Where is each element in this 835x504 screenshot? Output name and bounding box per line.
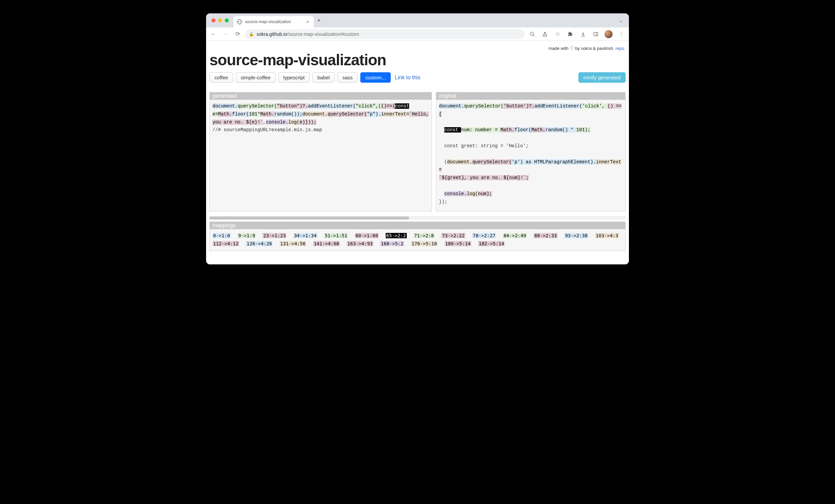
mapping-entry[interactable]: 93->2:38 (564, 233, 588, 238)
code-segment[interactable]: `${greet}, you are no. ${ (439, 175, 509, 180)
code-segment[interactable]: log( (467, 191, 478, 197)
reload-button[interactable]: ⟳ (233, 29, 242, 39)
code-segment[interactable]: floor( (514, 127, 531, 133)
original-code[interactable]: document.querySelector('button')?.addEve… (436, 100, 625, 211)
mapping-entry[interactable]: 71->2:8 (413, 233, 434, 238)
code-segment[interactable]: 101* (249, 112, 260, 117)
code-segment[interactable]: console. (266, 119, 288, 125)
mapping-entry[interactable]: 65->2:2 (386, 233, 407, 238)
mapping-entry[interactable]: 182->5:14 (478, 241, 505, 246)
mapping-entry[interactable]: 131->4:56 (280, 241, 306, 246)
code-segment[interactable]: document. (439, 103, 464, 109)
code-segment[interactable]: "p"). (367, 112, 381, 117)
code-segment[interactable]: log( (288, 119, 300, 125)
code-segment[interactable]: num: number = (461, 127, 501, 133)
mapping-entry[interactable]: 73->2:22 (441, 233, 465, 238)
custom-button[interactable]: custom... (360, 72, 391, 83)
code-segment[interactable]: document. (447, 159, 472, 165)
code-segment[interactable]: random()); (274, 112, 302, 117)
address-bar[interactable]: 🔒 sokra.github.io/source-map-visualizati… (245, 29, 525, 39)
mapping-entry[interactable]: 23->1:23 (263, 233, 286, 238)
code-segment[interactable]: 'click', (582, 103, 608, 109)
code-segment[interactable]: document. (212, 103, 238, 109)
mapping-entry[interactable]: 180->5:14 (445, 241, 471, 246)
browser-menu-icon[interactable]: ⋮ (616, 29, 626, 39)
code-segment[interactable]: }); (439, 199, 447, 204)
code-segment[interactable]: ()=>{ (381, 103, 395, 109)
code-segment[interactable]: 'p') as HTMLParagraphElement). (512, 159, 596, 165)
minimize-window-icon[interactable] (218, 18, 222, 22)
extensions-icon[interactable] (565, 29, 575, 39)
typescript-button[interactable]: typescript (278, 72, 310, 83)
link-to-this-link[interactable]: Link to this (395, 75, 420, 81)
close-tab-icon[interactable]: × (305, 18, 310, 25)
close-window-icon[interactable] (211, 18, 216, 22)
code-segment[interactable]: querySelector( (238, 103, 277, 109)
mapping-entry[interactable]: 84->2:49 (503, 233, 527, 238)
scrollbar-thumb[interactable] (209, 217, 409, 220)
code-segment[interactable]: 'button')?. (504, 103, 534, 109)
side-panel-icon[interactable] (591, 29, 601, 39)
code-segment[interactable]: console. (444, 191, 467, 197)
code-segment[interactable]: document. (302, 112, 328, 117)
mapping-entry[interactable]: 141->4:68 (313, 241, 340, 246)
fullscreen-window-icon[interactable] (225, 18, 229, 22)
code-segment[interactable]: e}!` (252, 119, 263, 125)
code-segment[interactable]: querySelector( (328, 112, 367, 117)
back-button[interactable]: ← (209, 29, 218, 39)
forward-button[interactable]: → (221, 29, 230, 39)
code-segment[interactable]: e= (212, 112, 218, 117)
code-segment[interactable]: e)})); (300, 119, 316, 125)
horizontal-scrollbar[interactable] (209, 216, 626, 220)
mapping-entry[interactable]: 9->1:9 (238, 233, 256, 238)
code-segment[interactable]: addEventListener( (308, 103, 356, 109)
babel-button[interactable]: babel (312, 72, 335, 83)
mapping-entry[interactable]: 112->4:12 (212, 241, 239, 246)
mapping-entry[interactable]: 34->1:34 (293, 233, 317, 238)
browser-tab[interactable]: source-map-visualization × (233, 16, 314, 27)
code-segment[interactable]: floor( (232, 112, 249, 117)
code-segment[interactable]: , (263, 119, 266, 125)
code-segment[interactable]: innerText= (381, 112, 409, 117)
mapping-entry[interactable]: 78->2:27 (472, 233, 496, 238)
downloads-icon[interactable] (578, 29, 588, 39)
code-segment[interactable]: Math. (531, 127, 545, 133)
share-icon[interactable] (540, 29, 550, 39)
mapping-entry[interactable]: 163->4:93 (347, 241, 373, 246)
generated-code[interactable]: document.querySelector("button")?.addEve… (210, 100, 431, 140)
bookmark-star-icon[interactable]: ☆ (553, 29, 563, 39)
code-segment[interactable]: random() * (545, 127, 576, 133)
code-segment[interactable]: num); (478, 191, 492, 197)
mapping-entry[interactable]: 126->4:26 (246, 241, 273, 246)
mappings-list[interactable]: 0->1:0 9->1:9 23->1:23 34->1:34 51->1:51… (210, 229, 625, 251)
mapping-entry[interactable]: 176->5:10 (411, 241, 437, 246)
new-tab-button[interactable]: + (314, 15, 324, 26)
code-segment[interactable]: const greet: string = 'Hello'; (444, 143, 529, 148)
code-segment[interactable]: addEventListener( (535, 103, 583, 109)
mapping-entry[interactable]: 88->2:33 (534, 233, 557, 238)
profile-avatar[interactable] (604, 29, 613, 39)
code-segment[interactable]: 101); (576, 127, 590, 133)
simple-coffee-button[interactable]: simple-coffee (236, 72, 276, 83)
search-icon[interactable] (527, 29, 537, 39)
code-segment[interactable]: "button")?. (277, 103, 308, 109)
repo-link[interactable]: repo (615, 46, 624, 51)
code-segment[interactable]: const (395, 103, 409, 109)
sass-button[interactable]: sass (337, 72, 358, 83)
mapping-entry[interactable]: 60->1:60 (355, 233, 379, 238)
minify-generated-button[interactable]: minify generated (578, 72, 626, 83)
code-segment[interactable]: querySelector( (464, 103, 504, 109)
mapping-entry[interactable]: 51->1:51 (324, 233, 348, 238)
code-segment[interactable]: Math. (501, 127, 514, 133)
code-segment[interactable]: num}!`; (509, 175, 529, 180)
code-segment[interactable]: querySelector( (472, 159, 512, 165)
code-segment[interactable]: Math. (260, 112, 274, 117)
mapping-entry[interactable]: 103->4:3 (595, 233, 619, 238)
code-segment[interactable]: const (444, 127, 461, 133)
mapping-entry[interactable]: 0->1:0 (212, 233, 231, 238)
tab-overflow-icon[interactable]: ⌄ (619, 18, 626, 23)
coffee-button[interactable]: coffee (209, 72, 233, 83)
mapping-entry[interactable]: 168->5:2 (380, 241, 404, 246)
code-segment[interactable]: "click",( (356, 103, 381, 109)
code-segment[interactable]: Math. (218, 112, 232, 117)
